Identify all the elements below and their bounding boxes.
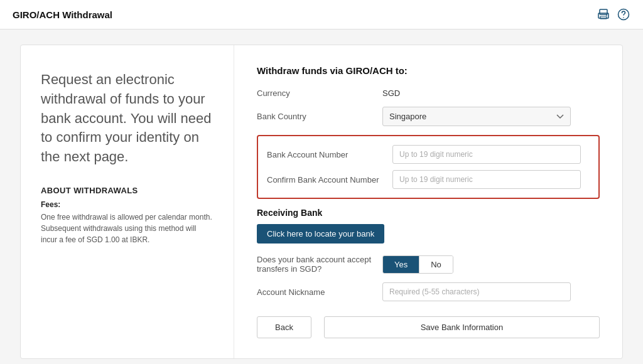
sgd-question-row: Does your bank account accept transfers … bbox=[257, 255, 600, 274]
fees-label: Fees: bbox=[41, 200, 213, 209]
no-button[interactable]: No bbox=[419, 256, 453, 273]
header-actions bbox=[597, 8, 630, 21]
print-icon[interactable] bbox=[597, 8, 610, 21]
svg-rect-2 bbox=[600, 16, 607, 19]
confirm-account-label: Confirm Bank Account Number bbox=[267, 175, 392, 185]
confirm-account-row: Confirm Bank Account Number bbox=[267, 170, 590, 189]
currency-row: Currency SGD bbox=[257, 88, 600, 98]
help-icon[interactable] bbox=[617, 8, 630, 21]
sgd-question-label: Does your bank account accept transfers … bbox=[257, 255, 382, 274]
about-title: ABOUT WITHDRAWALS bbox=[41, 186, 213, 195]
about-withdrawals: ABOUT WITHDRAWALS Fees: One free withdra… bbox=[41, 186, 213, 245]
yes-no-group: Yes No bbox=[382, 255, 453, 274]
bank-account-row: Bank Account Number bbox=[267, 145, 590, 164]
app-header: GIRO/ACH Withdrawal bbox=[0, 0, 643, 29]
currency-label: Currency bbox=[257, 88, 382, 98]
back-button[interactable]: Back bbox=[257, 316, 311, 338]
currency-value: SGD bbox=[382, 88, 400, 98]
bank-country-label: Bank Country bbox=[257, 112, 382, 121]
main-card: Request an electronic withdrawal of fund… bbox=[20, 45, 623, 359]
bank-country-select[interactable]: Singapore bbox=[382, 107, 571, 126]
receiving-bank-title: Receiving Bank bbox=[257, 208, 600, 218]
page-title: GIRO/ACH Withdrawal bbox=[13, 9, 112, 20]
yes-button[interactable]: Yes bbox=[383, 256, 419, 273]
nickname-row: Account Nickname bbox=[257, 282, 600, 301]
fees-text: One free withdrawal is allowed per calen… bbox=[41, 211, 213, 245]
svg-point-3 bbox=[606, 14, 607, 16]
intro-text: Request an electronic withdrawal of fund… bbox=[41, 70, 213, 167]
svg-rect-0 bbox=[600, 9, 607, 14]
section-title: Withdraw funds via GIRO/ACH to: bbox=[257, 65, 600, 76]
bank-account-label: Bank Account Number bbox=[267, 150, 392, 159]
right-panel: Withdraw funds via GIRO/ACH to: Currency… bbox=[234, 45, 622, 358]
left-panel: Request an electronic withdrawal of fund… bbox=[21, 45, 234, 358]
nickname-label: Account Nickname bbox=[257, 287, 382, 297]
confirm-account-input[interactable] bbox=[392, 170, 581, 189]
locate-bank-button[interactable]: Click here to locate your bank bbox=[257, 224, 384, 244]
bank-account-input[interactable] bbox=[392, 145, 581, 164]
svg-point-5 bbox=[623, 17, 624, 18]
bank-country-row: Bank Country Singapore bbox=[257, 107, 600, 126]
footer-row: Back Save Bank Information bbox=[257, 316, 600, 338]
nickname-input[interactable] bbox=[382, 282, 571, 301]
save-button[interactable]: Save Bank Information bbox=[324, 316, 600, 338]
bank-account-highlighted-box: Bank Account Number Confirm Bank Account… bbox=[257, 135, 600, 199]
